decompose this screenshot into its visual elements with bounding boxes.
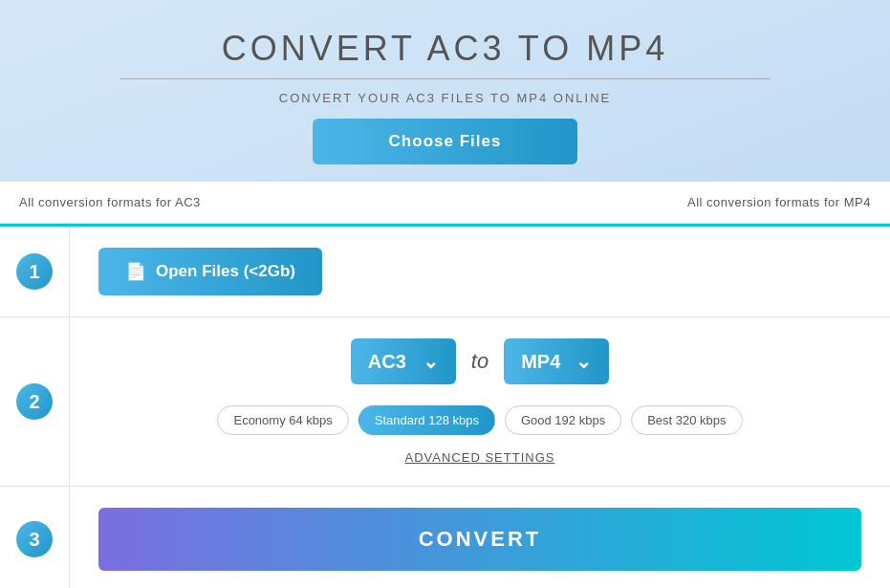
header-divider [120,78,771,79]
main-content: 1 📄 Open Files (<2Gb) 2 AC3 ⌄ to MP4 ⌄ [0,224,890,588]
quality-economy[interactable]: Economy 64 kbps [217,405,348,435]
from-format-chevron: ⌄ [423,350,439,373]
header-subtitle: CONVERT YOUR AC3 FILES TO MP4 ONLINE [19,91,871,105]
nav-bar: All conversion formats for AC3 All conve… [0,182,890,224]
page-title: CONVERT AC3 TO MP4 [19,29,871,69]
to-format-label: MP4 [521,351,560,373]
nav-link-mp4[interactable]: All conversion formats for MP4 [687,195,871,209]
quality-good[interactable]: Good 192 kbps [505,405,621,435]
step-1-row: 1 📄 Open Files (<2Gb) [0,227,890,317]
step-2-number: 2 [0,317,69,486]
quality-row: Economy 64 kbps Standard 128 kbps Good 1… [98,405,861,435]
open-files-button[interactable]: 📄 Open Files (<2Gb) [98,248,322,295]
file-icon: 📄 [125,261,146,282]
step-1-number: 1 [0,227,69,316]
to-format-chevron: ⌄ [575,350,592,373]
from-format-select[interactable]: AC3 ⌄ [351,338,456,384]
step-1-circle: 1 [16,253,53,290]
quality-standard[interactable]: Standard 128 kbps [358,405,495,435]
step-3-row: 3 CONVERT [0,487,890,588]
quality-best[interactable]: Best 320 kbps [631,405,742,435]
step-3-circle: 3 [16,521,53,557]
step-3-number: 3 [0,487,69,588]
top-upload-button[interactable]: Choose Files [313,119,578,164]
step-3-content: CONVERT [69,487,890,588]
to-format-select[interactable]: MP4 ⌄ [504,338,609,384]
header: CONVERT AC3 TO MP4 CONVERT YOUR AC3 FILE… [0,0,890,182]
top-upload-wrap: Choose Files [19,119,871,164]
step-2-content: AC3 ⌄ to MP4 ⌄ Economy 64 kbps Standard … [69,317,890,486]
nav-link-ac3[interactable]: All conversion formats for AC3 [19,195,201,209]
step-1-content: 📄 Open Files (<2Gb) [69,227,890,316]
to-label: to [471,349,488,374]
step-2-circle: 2 [16,383,53,420]
format-row: AC3 ⌄ to MP4 ⌄ [98,338,861,384]
step-2-row: 2 AC3 ⌄ to MP4 ⌄ Economy 64 kbps Standar… [0,317,890,487]
advanced-settings-link[interactable]: ADVANCED SETTINGS [98,450,861,465]
open-files-label: Open Files (<2Gb) [156,262,295,281]
from-format-label: AC3 [368,351,406,373]
convert-button[interactable]: CONVERT [98,508,861,571]
